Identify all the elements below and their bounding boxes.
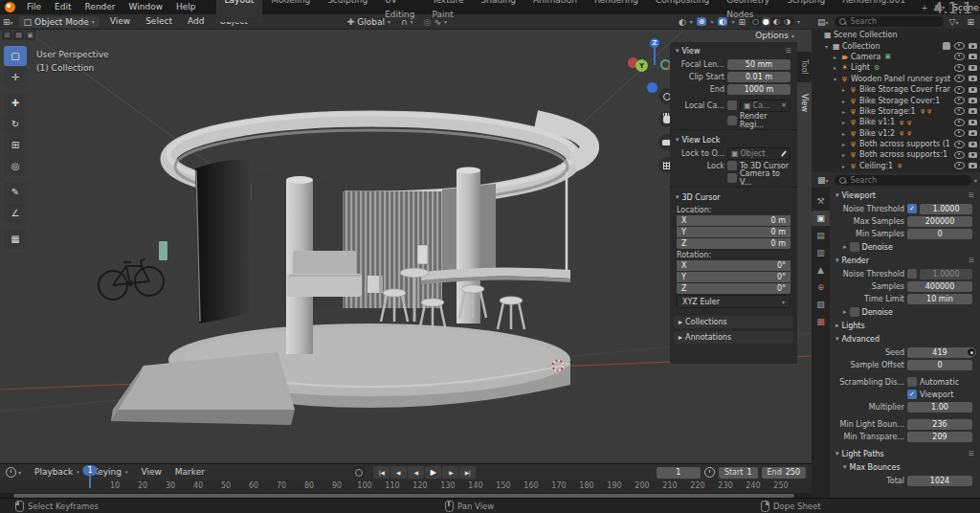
render-noise-threshold-checkbox[interactable] [907,269,917,279]
view-layer-icon[interactable] [812,245,830,260]
expand-arrow-icon[interactable]: ▸ [834,54,841,60]
outliner-item[interactable]: ▾ Collection [812,40,980,51]
lock-to-cursor-checkbox[interactable] [727,161,737,170]
panel-menu-icon[interactable]: ☰ [786,47,791,55]
expand-arrow-icon[interactable]: ▸ [842,98,850,104]
output-icon[interactable] [812,228,830,243]
disable-render-camera-icon[interactable] [969,65,977,71]
playhead[interactable]: 1 [82,465,97,476]
hide-viewport-eye-icon[interactable] [954,162,965,169]
rotation-mode-dropdown[interactable]: XYZ Euler▾ [677,295,791,308]
viewport-denoise-checkbox[interactable] [850,242,859,252]
outliner-item[interactable]: ▾ Wooden Panel runner syste: [812,74,980,84]
hide-viewport-eye-icon[interactable] [954,141,965,148]
viewport-menu-item[interactable]: View [102,14,138,29]
tool-button[interactable] [4,93,27,113]
disable-render-camera-icon[interactable] [969,108,977,114]
view-lock-title[interactable]: View Lock [682,136,721,145]
hide-viewport-eye-icon[interactable] [954,42,965,50]
frame-start-field[interactable]: Start 1 [719,467,758,479]
expand-arrow-icon[interactable]: ▸ [842,86,850,93]
hide-viewport-eye-icon[interactable] [954,107,965,115]
viewport-quick-toggle-icon[interactable]: ▣ [25,31,35,40]
sidebar-tab[interactable]: View [797,87,812,118]
disable-render-camera-icon[interactable] [969,163,977,168]
hide-viewport-eye-icon[interactable] [954,119,965,126]
eyedropper-icon[interactable] [781,150,787,157]
outliner-item[interactable]: ▸ Bike Storage Cover:1 [812,95,980,105]
advanced-section-title[interactable]: Advanced [842,335,880,344]
cursor-rotation-field[interactable]: Z0° [677,283,791,294]
disable-render-camera-icon[interactable] [969,98,977,103]
add-workspace-button[interactable]: + [914,3,935,12]
disable-render-camera-icon[interactable] [969,76,977,81]
local-camera-checkbox[interactable] [727,100,737,110]
expand-arrow-icon[interactable]: ▸ [842,141,850,147]
gizmo-y-axis[interactable]: Y [635,59,648,72]
view-panel-title[interactable]: View [682,47,701,56]
expand-arrow-icon[interactable]: ▸ [843,308,847,316]
viewport-quick-toggle-icon[interactable]: ▤ [13,31,24,40]
menu-item[interactable]: Render [78,0,122,14]
render-denoise-checkbox[interactable] [850,307,859,317]
tool-icon[interactable] [812,193,830,209]
viewport-menu-item[interactable]: Add [180,14,212,29]
sample-offset-field[interactable]: 0 [907,360,972,370]
workspace-tab[interactable]: Layout [216,0,263,22]
cursor-location-field[interactable]: Y0 m [677,227,791,237]
collapsed-panel-header[interactable]: ▸ Collections [674,316,793,328]
workspace-tab[interactable]: Compositing [647,0,718,22]
auto-keying-button[interactable] [352,466,366,479]
scrambling-automatic-checkbox[interactable] [907,377,917,387]
preset-menu-icon[interactable]: ☰ [969,256,974,264]
workspace-tab[interactable]: Sculpting [319,0,376,22]
menu-item[interactable]: Window [122,0,170,14]
local-camera-field[interactable]: ▣ Ca... ✕ [740,100,791,112]
properties-editor-icon[interactable]: ▩▾ [814,175,832,185]
workspace-tab[interactable]: Rendering [586,0,647,22]
multiplier-field[interactable]: 1.00 [907,402,972,413]
menu-item[interactable]: Edit [48,0,78,14]
camera-to-view-checkbox[interactable] [727,173,737,183]
current-frame-field[interactable]: 1 [657,467,701,479]
disable-render-camera-icon[interactable] [969,130,977,136]
tool-button[interactable] [4,135,27,155]
world-icon[interactable] [812,279,830,295]
teal-panel[interactable] [159,241,167,260]
disable-render-camera-icon[interactable] [969,142,977,147]
outliner-item[interactable]: ▸ Ceiling:1 [812,161,980,171]
outliner-item[interactable]: ▸ Camera [812,52,980,62]
workspace-tab[interactable]: Texture Paint [424,0,473,22]
hide-viewport-eye-icon[interactable] [954,86,965,94]
tool-button[interactable] [4,182,27,202]
preset-menu-icon[interactable]: ☰ [969,450,974,457]
min-light-bounces-field[interactable]: 236 [907,419,972,430]
collapsed-panel-header[interactable]: ▸ Annotations [674,331,793,344]
clear-icon[interactable]: ✕ [781,101,787,109]
lights-section-title[interactable]: Lights [842,322,865,330]
expand-arrow-icon[interactable]: ▸ [842,108,850,115]
prev-key-icon[interactable] [390,466,407,479]
scrambling-viewport-checkbox[interactable] [907,390,917,399]
light-paths-section-title[interactable]: Light Paths [842,450,884,458]
expand-arrow-icon[interactable]: ▸ [842,163,850,169]
jump-end-icon[interactable] [459,466,476,479]
tool-button[interactable] [4,229,27,249]
menu-item[interactable]: File [20,0,48,14]
disable-render-camera-icon[interactable] [969,43,977,49]
render-samples-field[interactable]: 400000 [907,281,972,292]
properties-search[interactable] [835,175,971,186]
cursor-panel-title[interactable]: 3D Cursor [682,193,721,202]
hide-viewport-eye-icon[interactable] [954,97,965,104]
disable-render-camera-icon[interactable] [969,87,977,93]
outliner-item[interactable]: ▸ Bike Storage Cover Fran [812,84,980,95]
clip-start-field[interactable]: 0.01 m [727,72,791,82]
play-back-icon[interactable] [408,466,424,479]
object-icon[interactable] [812,297,830,312]
mode-selector[interactable]: □ Object Mode ▾ [19,16,100,28]
play-icon[interactable] [425,466,441,479]
disable-render-camera-icon[interactable] [969,54,977,59]
viewport-3d[interactable]: ⊞ ▤ ▣ User Perspective (1) Collection Op… [0,29,812,463]
expand-arrow-icon[interactable]: ▸ [835,322,839,329]
workspace-tab[interactable]: UV Editing [376,0,423,22]
